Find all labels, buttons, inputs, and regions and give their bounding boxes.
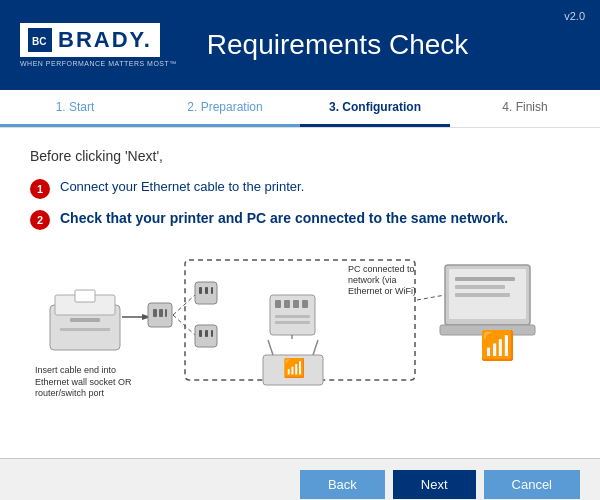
logo-area: BC BRADY. WHEN PERFORMANCE MATTERS MOST™ bbox=[20, 23, 177, 67]
svg-rect-11 bbox=[159, 309, 163, 317]
footer: Back Next Cancel bbox=[0, 458, 600, 500]
version-badge: v2.0 bbox=[564, 10, 585, 22]
svg-text:network (via: network (via bbox=[348, 275, 397, 285]
step-3[interactable]: 3. Configuration bbox=[300, 90, 450, 127]
cancel-button[interactable]: Cancel bbox=[484, 470, 580, 499]
svg-rect-6 bbox=[60, 328, 110, 331]
svg-text:📶: 📶 bbox=[283, 357, 306, 379]
svg-rect-28 bbox=[199, 287, 202, 294]
svg-line-14 bbox=[173, 315, 195, 335]
header: BC BRADY. WHEN PERFORMANCE MATTERS MOST™… bbox=[0, 0, 600, 90]
svg-rect-18 bbox=[293, 300, 299, 308]
svg-rect-30 bbox=[211, 287, 213, 294]
svg-line-23 bbox=[268, 340, 273, 355]
logo-text: BRADY. bbox=[58, 27, 152, 53]
svg-text:📶: 📶 bbox=[480, 329, 515, 362]
svg-rect-5 bbox=[70, 318, 100, 322]
page-title: Requirements Check bbox=[207, 29, 468, 61]
svg-rect-7 bbox=[75, 290, 95, 302]
brady-icon: BC bbox=[28, 28, 52, 52]
before-text: Before clicking 'Next', bbox=[30, 148, 570, 164]
svg-rect-33 bbox=[205, 330, 208, 337]
step-1[interactable]: 1. Start bbox=[0, 90, 150, 127]
svg-rect-40 bbox=[455, 285, 505, 289]
step-num-1: 1 bbox=[30, 179, 50, 199]
step-4[interactable]: 4. Finish bbox=[450, 90, 600, 127]
network-diagram: 📶 bbox=[30, 240, 570, 400]
main-content: Before clicking 'Next', 1 Connect your E… bbox=[0, 128, 600, 458]
step-2[interactable]: 2. Preparation bbox=[150, 90, 300, 127]
svg-text:Ethernet or WiFi): Ethernet or WiFi) bbox=[348, 286, 416, 296]
svg-line-13 bbox=[173, 295, 195, 315]
next-button[interactable]: Next bbox=[393, 470, 476, 499]
svg-rect-17 bbox=[284, 300, 290, 308]
svg-rect-10 bbox=[153, 309, 157, 317]
svg-line-35 bbox=[417, 295, 445, 300]
svg-rect-21 bbox=[275, 321, 310, 324]
instruction-1: 1 Connect your Ethernet cable to the pri… bbox=[30, 178, 570, 199]
steps-bar: 1. Start 2. Preparation 3. Configuration… bbox=[0, 90, 600, 128]
instruction-1-text: Connect your Ethernet cable to the print… bbox=[60, 178, 304, 196]
svg-rect-41 bbox=[455, 293, 510, 297]
svg-line-24 bbox=[313, 340, 318, 355]
instruction-2-text: Check that your printer and PC are conne… bbox=[60, 209, 508, 229]
svg-text:BC: BC bbox=[32, 36, 46, 47]
svg-rect-34 bbox=[211, 330, 213, 337]
instruction-2: 2 Check that your printer and PC are con… bbox=[30, 209, 570, 230]
svg-rect-39 bbox=[455, 277, 515, 281]
logo-tagline: WHEN PERFORMANCE MATTERS MOST™ bbox=[20, 60, 177, 67]
diagram-note-left: Insert cable end into Ethernet wall sock… bbox=[35, 365, 135, 400]
svg-rect-29 bbox=[205, 287, 208, 294]
svg-rect-16 bbox=[275, 300, 281, 308]
svg-rect-12 bbox=[165, 309, 167, 317]
svg-rect-19 bbox=[302, 300, 308, 308]
svg-rect-32 bbox=[199, 330, 202, 337]
back-button[interactable]: Back bbox=[300, 470, 385, 499]
step-num-2: 2 bbox=[30, 210, 50, 230]
svg-rect-20 bbox=[275, 315, 310, 318]
logo-box: BC BRADY. bbox=[20, 23, 160, 57]
svg-text:PC connected to: PC connected to bbox=[348, 264, 415, 274]
